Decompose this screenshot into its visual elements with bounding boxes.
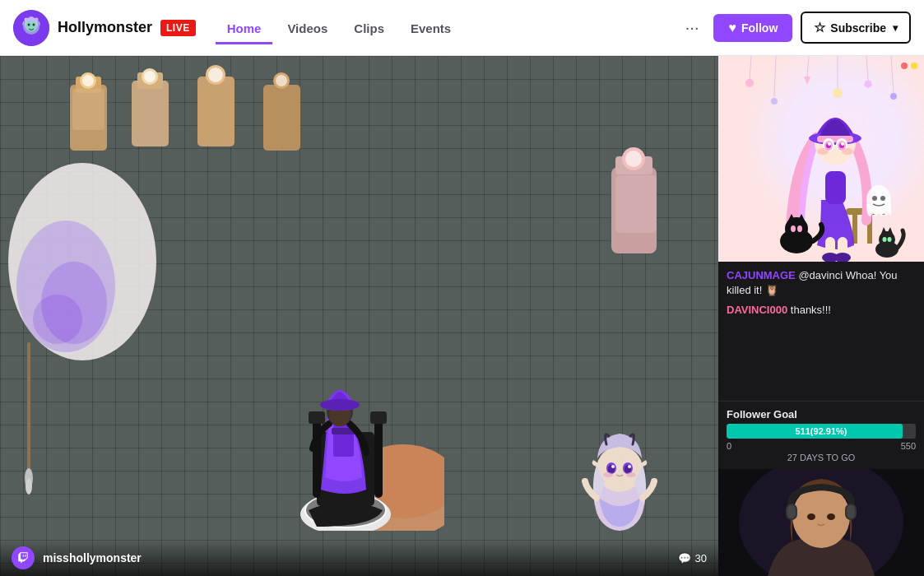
avatar	[13, 10, 49, 46]
stream-workspace: misshollymonster 💬 30	[0, 56, 718, 576]
subscribe-button[interactable]: ☆ Subscribe ▾	[801, 12, 911, 44]
svg-point-98	[880, 196, 885, 201]
goal-end: 550	[901, 441, 916, 451]
header: Hollymonster LIVE Home Videos Clips Even…	[0, 0, 924, 56]
svg-point-9	[33, 295, 82, 344]
live-badge: LIVE	[160, 20, 196, 36]
svg-rect-119	[787, 505, 796, 518]
svg-point-60	[603, 472, 613, 477]
stream-overlay-bar: misshollymonster 💬 30	[0, 540, 718, 576]
header-right: ··· ♥ Follow ☆ Subscribe ▾	[679, 12, 911, 44]
svg-point-110	[888, 237, 892, 242]
webcam-panel	[718, 469, 924, 576]
svg-point-24	[276, 75, 287, 86]
chat-area[interactable]: CAJUNMAGE @davinci Whoa! You killed it! …	[718, 262, 924, 401]
goal-meta: 0 550	[727, 441, 916, 451]
miniature-figure-area	[230, 267, 444, 531]
nav-item-events[interactable]: Events	[399, 15, 462, 44]
webcam-person-svg	[718, 469, 924, 576]
svg-point-58	[611, 465, 615, 468]
svg-point-28	[625, 151, 642, 167]
sticker-character-svg	[570, 424, 669, 531]
brush-svg	[16, 342, 41, 507]
notif-dot-2	[911, 63, 917, 69]
svg-rect-49	[27, 342, 30, 474]
heart-icon: ♥	[728, 21, 736, 35]
chevron-down-icon: ▾	[893, 22, 898, 34]
notif-dot-1	[901, 63, 908, 69]
chat-username-1: CAJUNMAGE	[727, 269, 796, 281]
svg-point-3	[26, 20, 37, 33]
svg-point-48	[320, 399, 360, 411]
platform-icon	[12, 546, 35, 569]
paint-bottle-1	[58, 68, 119, 162]
brush-tool	[16, 342, 41, 510]
nav-item-home[interactable]: Home	[216, 15, 273, 44]
twitch-icon	[16, 551, 30, 564]
svg-point-115	[807, 513, 815, 520]
miniature-svg	[230, 267, 444, 531]
paint-bottle-pink	[599, 146, 669, 265]
main: misshollymonster 💬 30	[0, 56, 924, 576]
svg-point-88	[828, 142, 831, 146]
chat-message-2: DAVINCI000 thanks!!!	[727, 303, 916, 318]
bottle-svg-pink	[599, 146, 669, 262]
notification-dots	[901, 63, 917, 69]
goal-text-overlay: 511 ( 92.91% )	[727, 424, 916, 439]
bottle-svg-4	[251, 68, 313, 159]
svg-point-18	[144, 71, 156, 82]
svg-point-59	[628, 465, 631, 468]
paint-bottle-2	[119, 64, 181, 158]
avatar-area: Hollymonster LIVE	[13, 10, 196, 46]
svg-point-64	[745, 79, 754, 87]
chat-text-2: thanks!!!	[791, 304, 831, 316]
goal-days: 27 DAYS TO GO	[727, 453, 916, 462]
svg-point-109	[883, 237, 887, 242]
chat-count: 30	[695, 552, 707, 564]
nav: Home Videos Clips Events	[216, 13, 463, 43]
more-options-button[interactable]: ···	[679, 15, 706, 40]
svg-point-103	[791, 225, 796, 232]
svg-point-116	[827, 513, 835, 520]
paint-bottle-3	[185, 60, 247, 158]
follower-goal-section: Follower Goal 511 ( 92.91% ) 0 550 27 DA…	[718, 401, 924, 469]
svg-rect-40	[374, 416, 383, 498]
chat-count-area: 💬 30	[678, 552, 707, 564]
goal-progress-bar: 511 ( 92.91% )	[727, 424, 916, 439]
svg-point-13	[82, 75, 94, 86]
subscribe-label: Subscribe	[830, 21, 886, 35]
video-area[interactable]: misshollymonster 💬 30	[0, 56, 718, 576]
bottle-svg-3	[185, 60, 247, 155]
svg-rect-42	[370, 411, 387, 424]
chat-icon: 💬	[678, 552, 691, 564]
star-icon: ☆	[814, 20, 825, 35]
bottle-svg-1	[58, 68, 119, 159]
nav-item-videos[interactable]: Videos	[276, 15, 339, 44]
svg-point-114	[792, 485, 850, 548]
chat-username-2: DAVINCI000	[727, 304, 787, 316]
artwork-svg	[718, 56, 924, 262]
svg-point-51	[26, 478, 32, 495]
svg-point-74	[890, 93, 897, 100]
svg-point-104	[797, 225, 802, 232]
artwork-panel	[718, 56, 924, 262]
svg-point-21	[208, 67, 223, 82]
follow-button[interactable]: ♥ Follow	[713, 14, 792, 42]
bottle-svg-2	[119, 64, 181, 155]
svg-rect-14	[72, 89, 104, 130]
svg-rect-15	[132, 81, 169, 146]
svg-point-70	[833, 88, 843, 98]
svg-point-66	[771, 98, 778, 105]
follow-label: Follow	[741, 21, 778, 35]
chat-message: CAJUNMAGE @davinci Whoa! You killed it! …	[727, 268, 916, 298]
right-sidebar: CAJUNMAGE @davinci Whoa! You killed it! …	[718, 56, 924, 576]
svg-rect-120	[847, 505, 855, 518]
artwork-content	[718, 56, 924, 262]
paint-bottle-4	[251, 68, 313, 162]
nav-item-clips[interactable]: Clips	[342, 15, 396, 44]
goal-start: 0	[727, 441, 731, 451]
svg-point-61	[626, 472, 636, 477]
svg-rect-81	[817, 136, 853, 142]
avatar-icon	[13, 10, 49, 46]
webcam-background	[718, 469, 924, 576]
